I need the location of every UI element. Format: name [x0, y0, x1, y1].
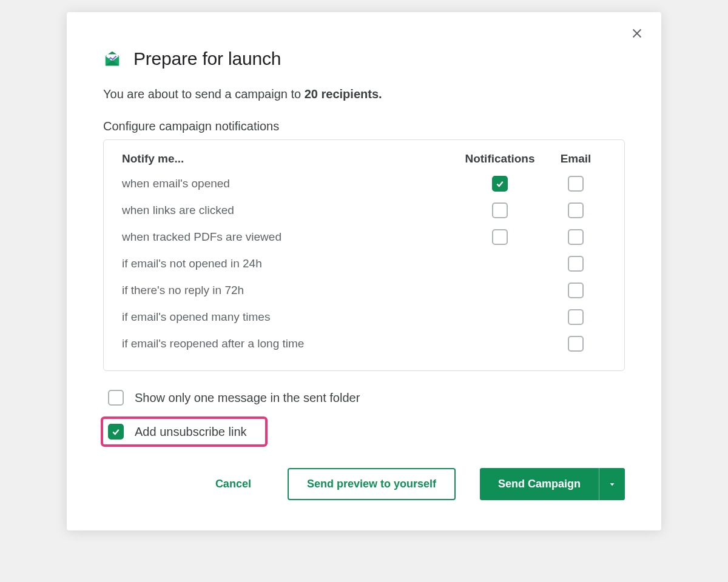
envelope-analytics-icon — [103, 50, 121, 68]
table-row: when tracked PDFs are viewed — [122, 224, 606, 250]
table-row: when email's opened — [122, 170, 606, 197]
email-cell — [545, 283, 606, 298]
unsubscribe-highlight: Add unsubscribe link — [101, 416, 268, 447]
notifications-panel: Notify me... Notifications Email when em… — [103, 139, 625, 371]
prepare-launch-dialog: Prepare for launch You are about to send… — [67, 12, 661, 530]
table-row: if email's opened many times — [122, 304, 606, 330]
email-cell — [545, 229, 606, 245]
add-unsubscribe-option: Add unsubscribe link — [108, 424, 247, 440]
send-campaign-dropdown[interactable] — [599, 468, 625, 500]
row-label: if email's reopened after a long time — [122, 337, 454, 350]
show-one-message-checkbox[interactable] — [108, 390, 124, 406]
notif-cell — [454, 202, 545, 218]
intro-prefix: You are about to send a campaign to — [103, 87, 305, 101]
intro-text: You are about to send a campaign to 20 r… — [103, 87, 625, 101]
email-cell — [545, 176, 606, 192]
email-checkbox[interactable] — [568, 202, 584, 218]
email-cell — [545, 256, 606, 272]
row-label: if email's opened many times — [122, 310, 454, 324]
table-body: when email's openedwhen links are clicke… — [122, 170, 606, 357]
email-cell — [545, 309, 606, 325]
email-checkbox[interactable] — [568, 309, 584, 325]
email-checkbox[interactable] — [568, 336, 584, 352]
email-checkbox[interactable] — [568, 283, 584, 298]
close-icon — [630, 27, 644, 40]
show-one-message-label: Show only one message in the sent folder — [135, 391, 360, 405]
svg-marker-6 — [610, 483, 615, 486]
notification-checkbox[interactable] — [492, 229, 508, 245]
table-row: if email's reopened after a long time — [122, 330, 606, 357]
show-one-message-option: Show only one message in the sent folder — [103, 386, 625, 409]
row-label: if there's no reply in 72h — [122, 284, 454, 297]
dialog-title: Prepare for launch — [133, 48, 281, 69]
col-notifications: Notifications — [454, 152, 545, 166]
dialog-header: Prepare for launch — [103, 48, 625, 69]
row-label: when links are clicked — [122, 204, 454, 217]
notif-cell — [454, 176, 545, 192]
add-unsubscribe-checkbox[interactable] — [108, 424, 124, 440]
section-label: Configure campaign notifications — [103, 119, 625, 133]
send-campaign-split: Send Campaign — [480, 468, 625, 500]
add-unsubscribe-label: Add unsubscribe link — [135, 425, 247, 439]
email-cell — [545, 202, 606, 218]
col-email: Email — [545, 152, 606, 166]
notification-checkbox[interactable] — [492, 176, 508, 192]
close-button[interactable] — [628, 24, 646, 42]
email-checkbox[interactable] — [568, 176, 584, 192]
intro-recipients: 20 recipients. — [305, 87, 382, 101]
caret-down-icon — [608, 480, 616, 489]
notif-cell — [454, 229, 545, 245]
email-cell — [545, 336, 606, 352]
table-row: if there's no reply in 72h — [122, 277, 606, 304]
email-checkbox[interactable] — [568, 256, 584, 272]
row-label: when email's opened — [122, 177, 454, 190]
dialog-actions: Cancel Send preview to yourself Send Cam… — [103, 468, 625, 500]
table-row: if email's not opened in 24h — [122, 250, 606, 277]
send-preview-button[interactable]: Send preview to yourself — [288, 468, 456, 500]
cancel-button[interactable]: Cancel — [203, 472, 263, 497]
table-header: Notify me... Notifications Email — [122, 152, 606, 166]
table-row: when links are clicked — [122, 197, 606, 224]
row-label: when tracked PDFs are viewed — [122, 230, 454, 244]
send-campaign-button[interactable]: Send Campaign — [480, 468, 599, 500]
notification-checkbox[interactable] — [492, 202, 508, 218]
col-notify: Notify me... — [122, 152, 454, 166]
row-label: if email's not opened in 24h — [122, 257, 454, 270]
email-checkbox[interactable] — [568, 229, 584, 245]
